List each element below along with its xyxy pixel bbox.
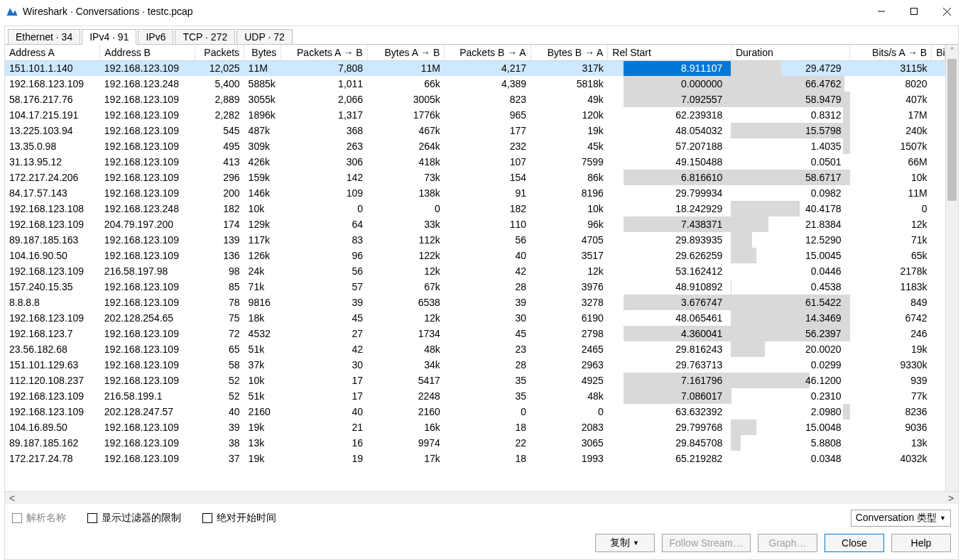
tab-ipv4[interactable]: IPv4 · 91 (82, 29, 136, 45)
copy-button[interactable]: 复制▼ (595, 534, 655, 552)
table-row[interactable]: 172.217.24.206192.168.123.109296159k1427… (5, 170, 945, 185)
tab-udp[interactable]: UDP · 72 (236, 29, 293, 45)
tab-tcp[interactable]: TCP · 272 (175, 29, 235, 45)
titlebar: Wireshark · Conversations · testc.pcap (0, 0, 963, 23)
table-row[interactable]: 13.225.103.94192.168.123.109545487k36846… (5, 123, 945, 138)
col-header[interactable]: Bits/s A → B (850, 45, 932, 60)
help-button[interactable]: Help (891, 534, 951, 552)
scroll-right-icon[interactable]: > (945, 493, 957, 503)
table-row[interactable]: 104.16.90.50192.168.123.109136126k96122k… (5, 248, 945, 263)
table-row[interactable]: 192.168.123.109202.128.254.657518k4512k3… (5, 310, 945, 326)
scrollbar-thumb[interactable] (947, 59, 957, 201)
limit-filter-label: 显示过滤器的限制 (102, 512, 181, 525)
table-row[interactable]: 89.187.185.163192.168.123.109139117k8311… (5, 232, 945, 248)
col-header[interactable]: Address B (100, 45, 195, 60)
table-row[interactable]: 192.168.123.109204.79.197.200174129k6433… (5, 216, 945, 232)
scroll-left-icon[interactable]: < (6, 493, 18, 503)
vertical-scrollbar[interactable]: ^ (945, 45, 958, 491)
table-header-row: Address AAddress BPacketsBytesPackets A … (5, 45, 945, 60)
resolve-names-checkbox[interactable]: 解析名称 (12, 512, 66, 525)
col-header[interactable]: Bi (932, 45, 945, 60)
wireshark-icon (6, 5, 18, 18)
limit-filter-checkbox[interactable]: 显示过滤器的限制 (87, 512, 181, 525)
chevron-down-icon: ▼ (940, 515, 946, 522)
graph-button: Graph… (758, 534, 817, 552)
table-row[interactable]: 23.56.182.68192.168.123.1096551k4248k232… (5, 341, 945, 357)
table-row[interactable]: 31.13.95.12192.168.123.109413426k306418k… (5, 154, 945, 170)
table-row[interactable]: 157.240.15.35192.168.123.1098571k5767k28… (5, 279, 945, 295)
col-header[interactable]: Duration (731, 45, 849, 60)
conversations-table[interactable]: Address AAddress BPacketsBytesPackets A … (5, 45, 945, 491)
close-dialog-button[interactable]: Close (825, 534, 884, 552)
tab-ethernet[interactable]: Ethernet · 34 (8, 29, 80, 45)
chevron-down-icon: ▼ (633, 539, 639, 547)
protocol-tabs: Ethernet · 34IPv4 · 91IPv6TCP · 272UDP ·… (5, 26, 958, 45)
col-header[interactable]: Bytes B → A (531, 45, 608, 60)
col-header[interactable]: Packets B → A (445, 45, 531, 60)
table-row[interactable]: 112.120.108.237192.168.123.1095210k17541… (5, 373, 945, 388)
absolute-start-checkbox[interactable]: 绝对开始时间 (202, 512, 276, 525)
table-row[interactable]: 58.176.217.76192.168.123.1092,8893055k2,… (5, 92, 945, 107)
dialog-buttons: 复制▼ Follow Stream… Graph… Close Help (5, 529, 958, 559)
table-row[interactable]: 192.168.123.109202.128.247.5740216040216… (5, 404, 945, 419)
window-title: Wireshark · Conversations · testc.pcap (23, 6, 865, 17)
col-header[interactable]: Bytes (244, 45, 281, 60)
maximize-button[interactable] (898, 0, 930, 23)
horizontal-scrollbar[interactable]: < > (5, 491, 958, 504)
close-button[interactable] (930, 0, 963, 23)
follow-stream-button: Follow Stream… (662, 534, 751, 552)
table-row[interactable]: 192.168.123.108192.168.123.24818210k0018… (5, 201, 945, 216)
col-header[interactable]: Packets (195, 45, 244, 60)
table-row[interactable]: 192.168.123.109192.168.123.2485,4005885k… (5, 76, 945, 92)
tab-ipv6[interactable]: IPv6 (138, 29, 173, 45)
table-row[interactable]: 192.168.123.109216.58.197.989824k5612k42… (5, 263, 945, 279)
resolve-names-label: 解析名称 (26, 512, 66, 525)
table-row[interactable]: 8.8.8.8192.168.123.109789816396538393278… (5, 295, 945, 310)
svg-rect-1 (911, 9, 918, 15)
table-row[interactable]: 151.101.1.140192.168.123.10912,02511M7,8… (5, 60, 945, 76)
table-row[interactable]: 192.168.123.7192.168.123.109724532271734… (5, 326, 945, 341)
col-header[interactable]: Bytes A → B (367, 45, 445, 60)
minimize-button[interactable] (865, 0, 898, 23)
table-row[interactable]: 192.168.123.109216.58.199.15251k17224835… (5, 388, 945, 404)
col-header[interactable]: Address A (5, 45, 100, 60)
table-row[interactable]: 104.16.89.50192.168.123.1093919k2116k182… (5, 419, 945, 435)
table-row[interactable]: 172.217.24.78192.168.123.1093719k1917k18… (5, 451, 945, 466)
conversation-type-dropdown[interactable]: Conversation 类型▼ (851, 510, 951, 527)
table-row[interactable]: 151.101.129.63192.168.123.1095837k3034k2… (5, 357, 945, 373)
table-row[interactable]: 89.187.185.162192.168.123.1093813k169974… (5, 435, 945, 451)
col-header[interactable]: Rel Start (608, 45, 731, 60)
table-row[interactable]: 13.35.0.98192.168.123.109495309k263264k2… (5, 138, 945, 154)
table-row[interactable]: 84.17.57.143192.168.123.109200146k109138… (5, 185, 945, 201)
table-row[interactable]: 104.17.215.191192.168.123.1092,2821896k1… (5, 107, 945, 123)
col-header[interactable]: Packets A → B (281, 45, 367, 60)
absolute-start-label: 绝对开始时间 (217, 512, 276, 525)
